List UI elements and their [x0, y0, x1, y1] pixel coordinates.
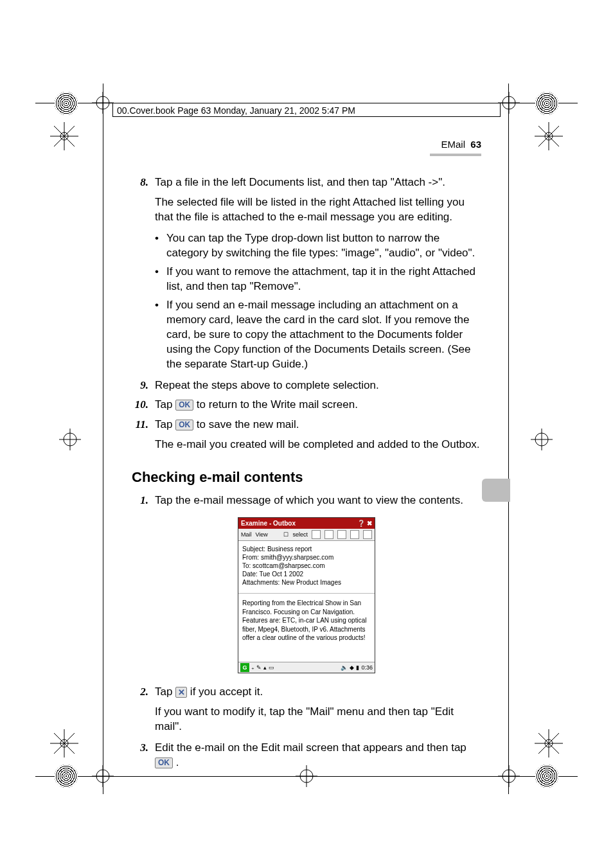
hdr-attachments: Attachments: New Product Images [242, 578, 371, 587]
thumb-tab [482, 479, 510, 502]
spoke-icon [535, 122, 563, 150]
registration-mark-icon [531, 429, 553, 450]
crop-line [103, 84, 103, 794]
step-number: 9. [132, 378, 155, 393]
crop-header: 00.Cover.book Page 63 Monday, January 21… [112, 103, 501, 117]
step-number: 8. [132, 175, 155, 190]
step-9: 9. Repeat the steps above to complete se… [132, 378, 481, 393]
hdr-date: Date: Tue Oct 1 2002 [242, 570, 371, 578]
hdr-from: From: smith@yyy.sharpsec.com [242, 553, 371, 562]
registration-mark-icon [59, 429, 81, 450]
screenshot-title: Examine - Outbox [241, 519, 296, 528]
tray-icon: ▮ [356, 664, 359, 671]
spoke-icon [50, 729, 78, 757]
registration-mark-icon [498, 765, 520, 787]
section-heading: Checking e-mail contents [132, 468, 481, 487]
screenshot-menubar: Mail View ☐ select [238, 529, 375, 541]
hdr-subject: Subject: Business report [242, 545, 371, 553]
step-text: Tap OK to return to the Write mail scree… [155, 398, 481, 412]
registration-mark-icon [92, 765, 114, 787]
page-root: 00.Cover.book Page 63 Monday, January 21… [0, 0, 613, 868]
screenshot-taskbar: G ₊ ✎ ▴ ▭ 🔈 ◆ ▮ 0:36 [238, 662, 375, 673]
toolbar-icon [324, 530, 333, 539]
close-button-icon: ✕ [175, 687, 187, 698]
toolbar-icon [350, 530, 359, 539]
step-text: Tap the e-mail message of which you want… [155, 493, 481, 508]
device-screenshot: Examine - Outbox ❔ ✖ Mail View ☐ select [238, 517, 375, 673]
screenshot-titlebar: Examine - Outbox ❔ ✖ [238, 518, 375, 529]
bullseye-icon [55, 92, 78, 115]
tray-icon: ◆ [350, 664, 354, 671]
step-text-post: if you accept it. [187, 686, 263, 698]
step-number: 2. [132, 685, 155, 700]
step-text: Tap ✕ if you accept it. [155, 685, 481, 700]
step-text: Edit the e-mail on the Edit mail screen … [155, 741, 481, 770]
step-text-post: to return to the Write mail screen. [193, 398, 358, 411]
step-11-continuation: The e-mail you created will be completed… [155, 438, 481, 452]
hdr-to: To: scottcam@sharpsec.com [242, 562, 371, 570]
step-number: 3. [132, 741, 155, 770]
start-icon: G [240, 663, 249, 672]
runhead-section: EMail [441, 139, 465, 150]
step-text-pre: Tap [155, 398, 175, 411]
toolbar-icon [312, 530, 321, 539]
crop-line [508, 84, 509, 794]
bullet-item: If you want to remove the attachment, ta… [155, 265, 481, 294]
bullseye-icon [535, 92, 558, 115]
step-text: Tap OK to save the new mail. [155, 418, 481, 432]
step-text: Repeat the steps above to complete selec… [155, 378, 481, 393]
check-step-2: 2. Tap ✕ if you accept it. [132, 685, 481, 700]
runhead-rule [430, 154, 481, 156]
registration-mark-icon [92, 92, 114, 114]
menu-view: View [256, 531, 268, 538]
bullet-item: If you send an e-mail message including … [155, 298, 481, 372]
registration-mark-icon [498, 92, 520, 114]
taskbar-icon: ▴ [263, 664, 267, 671]
toolbar-icon [363, 530, 372, 539]
taskbar-icon: ▭ [269, 664, 274, 671]
step-text-pre: Tap [155, 686, 175, 698]
step-8-bullets: You can tap the Type drop-down list butt… [155, 231, 481, 371]
step-10: 10. Tap OK to return to the Write mail s… [132, 398, 481, 412]
step-text-pre: Tap [155, 418, 175, 430]
step-text: Tap a file in the left Documents list, a… [155, 175, 481, 190]
step-8: 8. Tap a file in the left Documents list… [132, 175, 481, 190]
page-content: EMail 63 8. Tap a file in the left Docum… [132, 138, 481, 775]
step-text-pre: Edit the e-mail on the Edit mail screen … [155, 741, 466, 754]
clock: 0:36 [361, 664, 373, 671]
ok-button-icon: OK [175, 420, 193, 430]
spoke-icon [50, 122, 78, 150]
tray-icon: 🔈 [341, 664, 348, 671]
check-step-3: 3. Edit the e-mail on the Edit mail scre… [132, 741, 481, 770]
step-11: 11. Tap OK to save the new mail. [132, 418, 481, 432]
taskbar-icon: ₊ [251, 664, 254, 671]
body-text: 8. Tap a file in the left Documents list… [132, 175, 481, 770]
bullseye-icon [535, 765, 558, 788]
step-text-post: . [173, 756, 179, 768]
step-8-continuation: The selected file will be listed in the … [155, 195, 481, 225]
toolbar-icon [337, 530, 346, 539]
runhead-page: 63 [470, 139, 481, 150]
spoke-icon [535, 729, 563, 757]
check-step-1: 1. Tap the e-mail message of which you w… [132, 493, 481, 508]
step-number: 11. [132, 418, 155, 432]
step-text-post: to save the new mail. [193, 418, 299, 430]
titlebar-icons: ❔ ✖ [357, 519, 372, 528]
step-number: 1. [132, 493, 155, 508]
taskbar-icon: ✎ [256, 664, 262, 671]
menu-mail: Mail [241, 531, 252, 538]
menu-select: select [292, 531, 308, 538]
ok-button-icon: OK [175, 400, 193, 411]
running-head: EMail 63 [132, 138, 481, 151]
ok-button-icon: OK [155, 757, 173, 768]
check-step-2-continuation: If you want to modify it, tap the "Mail"… [155, 705, 481, 734]
bullet-item: You can tap the Type drop-down list butt… [155, 231, 481, 261]
step-number: 10. [132, 398, 155, 412]
bullseye-icon [55, 765, 78, 788]
screenshot-body: Reporting from the Electrical Show in Sa… [238, 594, 375, 662]
screenshot-header: Subject: Business report From: smith@yyy… [238, 541, 375, 594]
